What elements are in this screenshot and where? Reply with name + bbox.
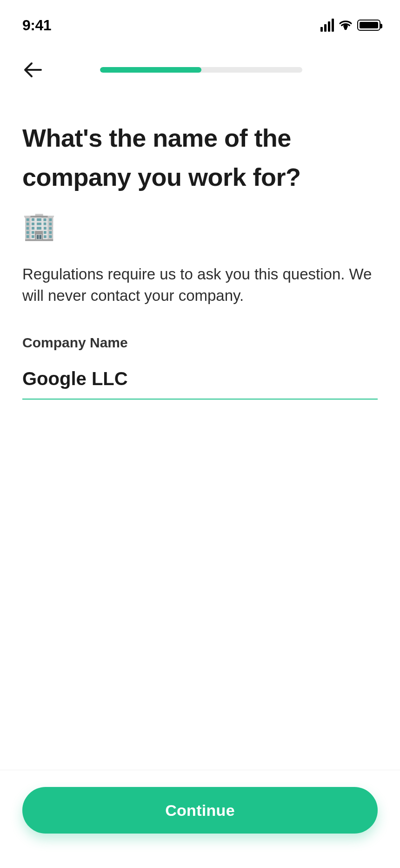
- arrow-left-icon: [23, 61, 42, 78]
- status-time: 9:41: [22, 17, 51, 34]
- top-bar: [0, 56, 400, 84]
- main-content: What's the name of the company you work …: [0, 84, 400, 770]
- status-bar: 9:41: [0, 0, 400, 37]
- status-icons: [320, 19, 380, 32]
- cellular-signal-icon: [320, 19, 334, 32]
- footer: Continue: [0, 770, 400, 868]
- battery-icon: [357, 20, 380, 31]
- company-name-input[interactable]: [22, 364, 378, 400]
- progress-fill: [100, 67, 201, 73]
- company-name-field: Company Name: [22, 335, 378, 400]
- building-emoji: 🏢: [22, 205, 378, 247]
- back-button[interactable]: [22, 60, 43, 80]
- company-name-label: Company Name: [22, 335, 378, 351]
- page-title: What's the name of the company you work …: [22, 119, 378, 247]
- continue-button[interactable]: Continue: [22, 787, 378, 834]
- title-line-1: What's the name of the: [22, 124, 291, 152]
- svg-point-0: [344, 27, 347, 30]
- wifi-icon: [339, 20, 353, 31]
- progress-bar: [100, 67, 302, 73]
- page-subtitle: Regulations require us to ask you this q…: [22, 264, 378, 306]
- title-line-2: company you work for?: [22, 163, 301, 191]
